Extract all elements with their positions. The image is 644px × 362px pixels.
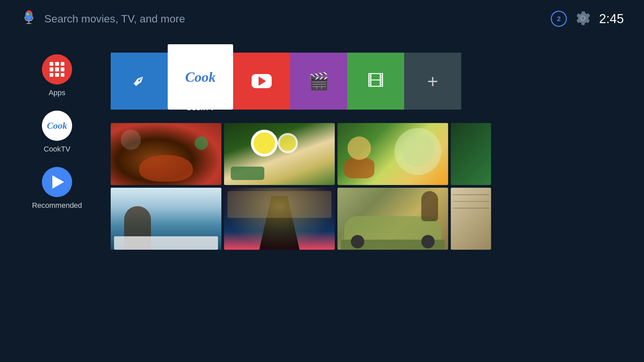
svg-rect-6 (27, 15, 31, 17)
svg-rect-3 (27, 10, 31, 13)
feather-icon: ✒ (127, 69, 151, 93)
app-row-wrapper: ✒ Cook 🎬 🎞 (111, 44, 644, 110)
reel-icon: 🎞 (367, 71, 384, 91)
sidebar-item-cooktv[interactable]: Cook CookTV (20, 111, 94, 154)
search-placeholder: Search movies, TV, and more (44, 13, 185, 25)
food-thumb-4[interactable] (451, 123, 491, 185)
yt-triangle (259, 76, 266, 86)
app-tile-add[interactable]: + (404, 53, 461, 110)
cooktv-label: CookTV (44, 145, 70, 154)
cooktv-sidebar-logo: Cook (47, 120, 67, 131)
food-thumb-3[interactable] (337, 123, 448, 185)
settings-icon[interactable] (575, 10, 591, 27)
food-media-row (111, 123, 644, 185)
sidebar: Apps Cook CookTV Recommended (20, 38, 94, 359)
apps-icon-circle (42, 54, 72, 84)
youtube-play-icon (252, 74, 272, 88)
travel-media-row (111, 188, 644, 250)
cooktv-icon-circle: Cook (42, 111, 72, 141)
app-row: ✒ Cook 🎬 🎞 (111, 44, 644, 110)
play-icon (52, 175, 64, 189)
travel-thumb-1[interactable] (111, 188, 221, 250)
search-bar[interactable]: Search movies, TV, and more (44, 13, 544, 25)
film-icon: 🎬 (308, 71, 329, 91)
app-tile-youtube[interactable] (233, 53, 290, 110)
sidebar-item-apps[interactable]: Apps (20, 54, 94, 97)
grid-icon (50, 62, 64, 77)
food-thumb-1[interactable] (111, 123, 221, 185)
sidebar-item-recommended[interactable]: Recommended (20, 167, 94, 210)
app-tile-moviemaker[interactable]: 🎬 (290, 53, 347, 110)
travel-thumb-2[interactable] (224, 188, 335, 250)
food-thumb-2[interactable] (224, 123, 335, 185)
time-display: 2:45 (599, 12, 624, 26)
recommended-icon-circle (42, 167, 72, 197)
app-tile-cooktv-focused[interactable]: Cook (168, 44, 233, 110)
content-area: ✒ Cook 🎬 🎞 (94, 38, 644, 359)
svg-rect-4 (27, 13, 29, 15)
recommended-label: Recommended (32, 201, 82, 210)
cooktv-logo: Cook (185, 69, 216, 85)
notification-badge[interactable]: 2 (551, 11, 567, 27)
app-tile-reel[interactable]: 🎞 (347, 53, 404, 110)
header: Search movies, TV, and more 2 2:45 (0, 0, 644, 38)
plus-icon: + (427, 70, 438, 92)
travel-thumb-3[interactable] (337, 188, 448, 250)
header-right: 2 2:45 (551, 10, 624, 27)
main-content: Apps Cook CookTV Recommended ✒ (0, 38, 644, 359)
mic-icon[interactable] (20, 9, 38, 28)
travel-thumb-4[interactable] (451, 188, 491, 250)
app-tile-quill[interactable]: ✒ (111, 53, 168, 110)
apps-label: Apps (49, 88, 65, 97)
svg-rect-5 (29, 13, 31, 15)
